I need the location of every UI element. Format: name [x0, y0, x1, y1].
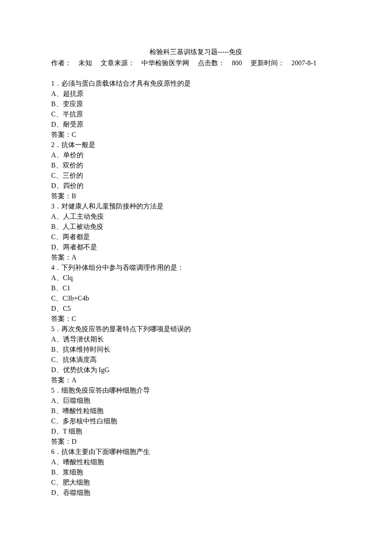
question-option: B、嗜酸性粒细胞 [51, 406, 341, 416]
question-option: B、C1 [51, 283, 341, 293]
question-option: D、优势抗体为 IgG [51, 365, 341, 375]
question-option: D、C5 [51, 304, 341, 314]
question-option: A、嗜酸性粒细胞 [51, 457, 341, 467]
question-option: A、单价的 [51, 150, 341, 160]
question-option: C、三价的 [51, 171, 341, 181]
question-option: C、肥大细胞 [51, 477, 341, 488]
question-stem: 2．抗体一般是 [51, 140, 341, 150]
question-option: A、诱导潜伏期长 [51, 334, 341, 344]
question-block: 5．再次免疫应答的显著特点下列哪项是错误的A、诱导潜伏期长B、抗体维持时间长C、… [51, 324, 341, 385]
questions-container: 1．必须与蛋白质载体结合才具有免疫原性的是A、超抗原B、变应原C、半抗原D、耐受… [51, 78, 341, 498]
question-stem: 5．再次免疫应答的显著特点下列哪项是错误的 [51, 324, 341, 334]
question-answer: 答案：A [51, 375, 341, 385]
question-option: D、吞噬细胞 [51, 488, 341, 498]
question-stem: 3．对健康人和儿童预防接种的方法是 [51, 201, 341, 211]
question-block: 6．抗体主要由下面哪种细胞产生A、嗜酸性粒细胞B、浆细胞C、肥大细胞D、吞噬细胞 [51, 447, 341, 498]
question-option: C、C3b+C4b [51, 293, 341, 304]
question-block: 1．必须与蛋白质载体结合才具有免疫原性的是A、超抗原B、变应原C、半抗原D、耐受… [51, 78, 341, 140]
question-option: D、耐受原 [51, 119, 341, 130]
question-option: A、人工主动免疫 [51, 211, 341, 222]
question-stem: 5．细胞免疫应答由哪种细胞介导 [51, 385, 341, 396]
meta-line: 作者：未知 文章来源：中华检验医学网 点击数：800 更新时间：2007-8-1 [51, 58, 341, 68]
question-answer: 答案：C [51, 314, 341, 324]
question-option: B、变应原 [51, 99, 341, 109]
hits-value: 800 [232, 59, 242, 66]
question-option: A、超抗原 [51, 89, 341, 99]
question-block: 5．细胞免疫应答由哪种细胞介导A、巨噬细胞B、嗜酸性粒细胞C、多形核中性白细胞D… [51, 385, 341, 447]
question-block: 3．对健康人和儿童预防接种的方法是A、人工主动免疫B、人工被动免疫C、两者都是D… [51, 201, 341, 263]
question-option: C、两者都是 [51, 232, 341, 242]
author-label: 作者： [51, 59, 72, 66]
question-option: B、抗体维持时间长 [51, 344, 341, 355]
question-block: 2．抗体一般是A、单价的B、双价的C、三价的D、四价的答案：B [51, 140, 341, 201]
update-label: 更新时间： [251, 59, 285, 66]
question-option: D、四价的 [51, 181, 341, 191]
question-option: B、浆细胞 [51, 467, 341, 477]
page-title: 检验科三基训练复习题-----免疫 [51, 47, 341, 57]
question-answer: 答案：B [51, 191, 341, 201]
question-option: C、多形核中性白细胞 [51, 416, 341, 426]
question-option: C、抗体滴度高 [51, 355, 341, 365]
question-block: 4．下列补体组分中参与吞噬调理作用的是：A、ClqB、C1C、C3b+C4bD、… [51, 263, 341, 324]
question-stem: 1．必须与蛋白质载体结合才具有免疫原性的是 [51, 78, 341, 89]
question-option: B、双价的 [51, 160, 341, 171]
question-answer: 答案：C [51, 130, 341, 140]
source-label: 文章来源： [101, 59, 135, 66]
question-option: C、半抗原 [51, 109, 341, 119]
hits-label: 点击数： [198, 59, 225, 66]
question-option: B、人工被动免疫 [51, 222, 341, 232]
question-stem: 6．抗体主要由下面哪种细胞产生 [51, 447, 341, 457]
update-value: 2007-8-1 [291, 59, 317, 66]
question-option: A、Clq [51, 273, 341, 283]
question-stem: 4．下列补体组分中参与吞噬调理作用的是： [51, 263, 341, 273]
question-answer: 答案：A [51, 252, 341, 263]
source-value: 中华检验医学网 [141, 59, 189, 66]
question-option: D、T 细胞 [51, 426, 341, 436]
question-answer: 答案：D [51, 436, 341, 447]
author-value: 未知 [78, 59, 92, 66]
question-option: D、两者都不是 [51, 242, 341, 252]
question-option: A、巨噬细胞 [51, 396, 341, 406]
